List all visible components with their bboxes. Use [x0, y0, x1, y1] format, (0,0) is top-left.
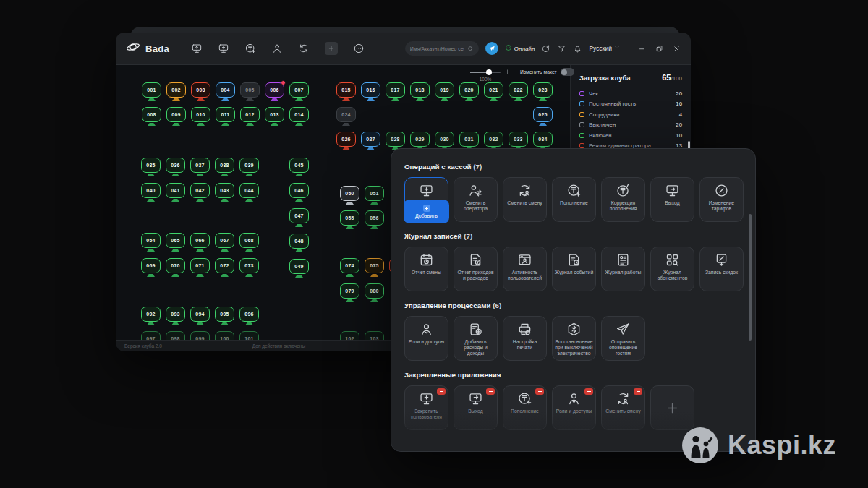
app-tile-user-switch[interactable]: Сменить оператора — [454, 177, 498, 222]
station-025[interactable]: 025 — [533, 107, 553, 126]
station-008[interactable]: 008 — [142, 107, 161, 126]
station-041[interactable]: 041 — [166, 183, 185, 202]
station-070[interactable]: 070 — [166, 258, 185, 277]
station-005[interactable]: 005 — [240, 82, 260, 101]
station-045[interactable]: 045 — [289, 158, 309, 176]
app-tile-journal-work[interactable]: Журнал работы — [601, 247, 645, 291]
station-042[interactable]: 042 — [190, 183, 210, 202]
add-pinned-app-tile[interactable] — [650, 385, 694, 430]
station-065[interactable]: 065 — [166, 233, 185, 252]
station-013[interactable]: 013 — [265, 107, 284, 126]
station-055[interactable]: 055 — [340, 210, 359, 229]
station-080[interactable]: 080 — [365, 283, 384, 302]
station-075[interactable]: 075 — [365, 258, 384, 277]
language-selector[interactable]: Русский — [589, 45, 620, 52]
station-037[interactable]: 037 — [190, 158, 210, 176]
station-049[interactable]: 049 — [289, 259, 309, 278]
app-tile-monitor-exit[interactable]: Выход — [650, 177, 694, 222]
close-button[interactable] — [673, 45, 681, 53]
app-tile-percent-circle[interactable]: Изменение тарифов — [699, 177, 744, 222]
station-015[interactable]: 015 — [336, 82, 356, 101]
station-069[interactable]: 069 — [141, 258, 161, 277]
more-icon[interactable] — [353, 43, 365, 54]
station-018[interactable]: 018 — [410, 82, 430, 101]
station-050[interactable]: 050 — [340, 186, 359, 205]
app-tile-report-shift[interactable]: Отчет смены — [404, 247, 448, 291]
app-tile-add-expense[interactable]: Добавить расходы и доходы — [454, 316, 498, 361]
station-035[interactable]: 035 — [141, 158, 161, 176]
station-066[interactable]: 066 — [190, 233, 210, 252]
station-067[interactable]: 067 — [215, 233, 234, 252]
station-027[interactable]: 027 — [361, 132, 380, 150]
unpin-badge[interactable] — [634, 388, 642, 395]
station-010[interactable]: 010 — [191, 107, 210, 126]
app-tile-power-restore[interactable]: Восстановление при выключений электричес… — [552, 316, 596, 361]
app-tile-user-activity[interactable]: Активность пользователей — [503, 247, 547, 291]
overlay-scrollbar[interactable] — [749, 214, 752, 341]
station-012[interactable]: 012 — [240, 107, 260, 126]
refresh-icon[interactable] — [541, 44, 550, 53]
app-tile-journal-events[interactable]: Журнал событий — [552, 247, 596, 291]
restore-button[interactable] — [655, 45, 663, 53]
zoom-in-button[interactable] — [504, 69, 511, 75]
station-047[interactable]: 047 — [289, 208, 309, 227]
station-004[interactable]: 004 — [216, 82, 235, 101]
topup-icon[interactable] — [244, 43, 256, 54]
station-054[interactable]: 054 — [141, 233, 161, 252]
station-095[interactable]: 095 — [215, 307, 234, 325]
station-074[interactable]: 074 — [340, 258, 359, 277]
app-tile-monitor-exit[interactable]: Выход — [454, 385, 498, 430]
app-tile-report-inout[interactable]: Отчет приходов и расходов — [454, 247, 498, 291]
app-tile-topup[interactable]: Пополнение — [552, 177, 596, 222]
station-003[interactable]: 003 — [191, 82, 210, 101]
app-tile-discounts[interactable]: Запись скидок — [699, 247, 744, 291]
zoom-slider-thumb[interactable] — [486, 69, 492, 75]
station-016[interactable]: 016 — [361, 82, 380, 101]
search-input[interactable] — [410, 46, 464, 51]
station-048[interactable]: 048 — [289, 234, 309, 252]
station-051[interactable]: 051 — [365, 186, 384, 205]
monitor-add-icon[interactable] — [218, 43, 229, 54]
minimize-button[interactable] — [638, 45, 646, 53]
station-023[interactable]: 023 — [533, 82, 553, 101]
station-026[interactable]: 026 — [336, 132, 356, 150]
station-011[interactable]: 011 — [216, 107, 235, 126]
station-096[interactable]: 096 — [239, 307, 259, 325]
user-icon[interactable] — [271, 43, 283, 54]
app-tile-roles[interactable]: Роли и доступы — [404, 316, 448, 361]
app-tile-topup[interactable]: Пополнение — [503, 385, 547, 430]
station-017[interactable]: 017 — [386, 82, 405, 101]
app-tile-shift-change[interactable]: Сменить смену — [503, 177, 547, 222]
zoom-out-button[interactable] — [460, 69, 467, 75]
search-box[interactable] — [405, 41, 479, 56]
station-020[interactable]: 020 — [459, 82, 479, 101]
app-tile-monitor-add[interactable]: Добавить — [404, 177, 448, 222]
unpin-badge[interactable] — [486, 388, 495, 395]
station-014[interactable]: 014 — [289, 107, 309, 126]
app-tile-topup-fix[interactable]: Коррекция пополнения — [601, 177, 645, 222]
station-024[interactable]: 024 — [336, 107, 356, 126]
station-072[interactable]: 072 — [215, 258, 234, 277]
station-068[interactable]: 068 — [239, 233, 259, 252]
station-001[interactable]: 001 — [142, 82, 161, 101]
station-021[interactable]: 021 — [484, 82, 503, 101]
station-006[interactable]: 006 — [265, 82, 284, 101]
app-tile-send-notify[interactable]: Отправить оповещение гостям — [601, 316, 645, 361]
station-056[interactable]: 056 — [365, 210, 384, 229]
station-007[interactable]: 007 — [289, 82, 309, 101]
unpin-badge[interactable] — [535, 388, 544, 395]
station-071[interactable]: 071 — [190, 258, 210, 277]
station-036[interactable]: 036 — [166, 158, 185, 176]
app-tile-shift-change[interactable]: Сменить смену — [601, 385, 645, 430]
station-094[interactable]: 094 — [190, 307, 210, 325]
app-tile-monitor-add[interactable]: Закрепить пользователя — [404, 385, 448, 430]
station-022[interactable]: 022 — [509, 82, 528, 101]
monitor-upload-icon[interactable] — [191, 43, 203, 54]
app-tile-print-settings[interactable]: Настройка печати — [503, 316, 547, 361]
station-092[interactable]: 092 — [141, 307, 161, 325]
app-tile-roles[interactable]: Роли и доступы — [552, 385, 596, 430]
unpin-badge[interactable] — [584, 388, 593, 395]
unpin-badge[interactable] — [437, 388, 446, 395]
filter-icon[interactable] — [557, 44, 566, 53]
sync-icon[interactable] — [298, 43, 310, 54]
